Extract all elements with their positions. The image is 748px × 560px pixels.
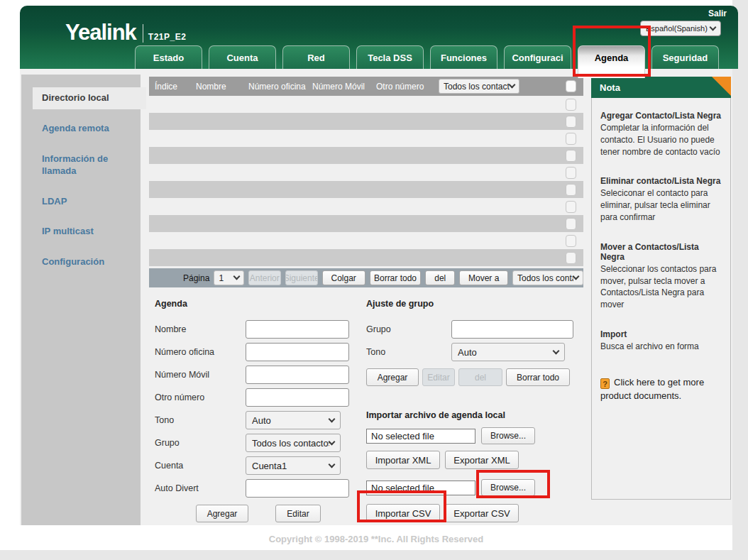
agenda-form-buttons: Agregar Editar [196, 505, 363, 522]
xml-browse-button[interactable]: Browse... [481, 427, 535, 444]
contacts-table-header: Índice Nombre Número oficina Número Móvi… [149, 77, 583, 96]
column-header-indice: Índice [155, 82, 196, 92]
tab-estado[interactable]: Estado [135, 45, 202, 69]
export-xml-button[interactable]: Exportar XML [445, 451, 519, 469]
note-section-text: Completar la información del contacto. E… [600, 122, 722, 158]
contact-add-button[interactable]: Agregar [196, 505, 248, 522]
grupo-select[interactable]: Todos los contactos [246, 434, 341, 452]
auto-divert-input[interactable] [246, 479, 349, 498]
sidebar-item-informacion-de-llamada[interactable]: Información de llamada [33, 148, 138, 182]
tono-label: Tono [155, 415, 246, 425]
import-xml-button[interactable]: Importar XML [366, 451, 440, 469]
field-row: Cuenta Cuenta1 [155, 456, 363, 475]
page-select-value: 1 [219, 273, 233, 283]
field-row: Nombre [155, 320, 363, 339]
page-label: Página [183, 273, 209, 283]
tab-funciones[interactable]: Funciones [430, 45, 497, 69]
otro-numero-input[interactable] [246, 388, 349, 407]
contact-edit-button[interactable]: Editar [275, 505, 321, 522]
cuenta-select[interactable]: Cuenta1 [246, 456, 341, 475]
row-checkbox[interactable] [566, 133, 576, 145]
group-delete-all-button[interactable]: Borrar todo [506, 368, 570, 386]
csv-browse-button[interactable]: Browse... [481, 479, 535, 496]
hangup-button[interactable]: Colgar [322, 270, 365, 285]
help-link-text: Click here to get more product documents… [600, 377, 704, 402]
chevron-down-icon [329, 438, 336, 445]
next-page-button[interactable]: Siguiente [285, 270, 318, 285]
tab-red[interactable]: Red [282, 45, 350, 69]
note-panel-body: Agregar Contacto/Lista Negra Completar l… [591, 98, 731, 500]
table-row [149, 96, 583, 113]
note-section-heading: Agregar Contacto/Lista Negra [600, 111, 722, 121]
tab-agenda[interactable]: Agenda [578, 45, 645, 78]
language-selector[interactable]: Español(Spanish) [640, 21, 721, 36]
delete-button[interactable]: del [425, 270, 455, 285]
group-form-buttons: Agregar Editar del Borrar todo [366, 368, 578, 386]
group-name-input[interactable] [451, 320, 573, 339]
row-checkbox[interactable] [566, 184, 576, 196]
import-section: Importar archivo de agenda local No sele… [366, 410, 578, 522]
cuenta-value: Cuenta1 [252, 461, 329, 471]
agenda-form: Agenda Nombre Número oficina Número Móvi… [149, 299, 363, 522]
row-checkbox[interactable] [566, 201, 576, 213]
note-section: Agregar Contacto/Lista Negra Completar l… [600, 111, 722, 158]
previous-page-button[interactable]: Anterior [248, 270, 281, 285]
nombre-label: Nombre [155, 324, 246, 334]
column-header-nombre: Nombre [196, 82, 248, 92]
page-right-margin [732, 0, 748, 550]
pagination-bar: Página 1 Anterior Siguiente Colgar Borra… [149, 268, 583, 287]
row-checkbox[interactable] [566, 218, 576, 230]
note-section-text: Seleccionar los contactos para mover, pu… [600, 263, 722, 311]
tab-configuracion[interactable]: Configuraci [504, 45, 571, 69]
numero-movil-input[interactable] [246, 366, 349, 384]
xml-file-path-field[interactable]: No selected file [366, 429, 475, 444]
folded-corner-icon [712, 77, 731, 96]
tab-tecla-dss[interactable]: Tecla DSS [356, 45, 424, 69]
app-header: Salir Yealink T21P_E2 Español(Spanish) E… [20, 6, 738, 69]
numero-oficina-input[interactable] [246, 343, 349, 361]
tono-select[interactable]: Auto [246, 411, 341, 429]
row-checkbox[interactable] [566, 167, 576, 179]
sidebar-item-ldap[interactable]: LDAP [33, 191, 138, 213]
move-to-button[interactable]: Mover a [459, 270, 508, 285]
delete-all-button[interactable]: Borrar todo [370, 270, 421, 285]
group-add-button[interactable]: Agregar [366, 368, 419, 386]
csv-file-path-field[interactable]: No selected file [366, 481, 475, 495]
column-header-otro-numero: Otro número [376, 82, 436, 92]
sidebar-item-configuracion[interactable]: Configuración [33, 251, 138, 273]
tab-seguridad[interactable]: Seguridad [651, 45, 719, 69]
export-csv-button[interactable]: Exportar CSV [445, 504, 519, 522]
sidebar-item-ip-multicast[interactable]: IP multicast [33, 221, 138, 243]
note-section-text: Seleciconar el contacto para eliminar, p… [600, 187, 722, 223]
import-csv-button[interactable]: Importar CSV [366, 504, 440, 522]
note-section-heading: Mover a Contactos/Lista Negra [600, 242, 722, 262]
sidebar-item-agenda-remota[interactable]: Agenda remota [33, 118, 138, 140]
grupo-label: Grupo [155, 438, 246, 448]
sidebar-item-directorio-local[interactable]: Directorio local [33, 87, 146, 109]
agenda-form-title: Agenda [155, 299, 363, 309]
logout-link[interactable]: Salir [708, 9, 727, 18]
import-section-title: Importar archivo de agenda local [366, 410, 578, 420]
tab-cuenta[interactable]: Cuenta [209, 45, 276, 69]
row-checkbox[interactable] [566, 252, 576, 264]
nombre-input[interactable] [246, 320, 349, 339]
csv-buttons-row: Importar CSV Exportar CSV [366, 504, 578, 522]
field-row: Tono Auto [155, 411, 363, 429]
row-checkbox[interactable] [566, 116, 576, 128]
group-delete-button[interactable]: del [458, 368, 502, 386]
group-filter-select[interactable]: Todos los contactos [439, 79, 519, 94]
row-checkbox[interactable] [566, 99, 576, 111]
device-model: T21P_E2 [148, 32, 187, 43]
product-documents-link[interactable]: ?Click here to get more product document… [600, 375, 722, 403]
group-edit-button[interactable]: Editar [422, 368, 455, 386]
tono-value: Auto [252, 415, 329, 426]
select-all-checkbox[interactable] [566, 80, 576, 92]
chevron-down-icon [553, 347, 560, 354]
page-select[interactable]: 1 [214, 270, 243, 285]
group-tono-select[interactable]: Auto [451, 343, 565, 361]
move-target-select[interactable]: Todos los contactos [512, 270, 583, 285]
field-row: Grupo Todos los contactos [155, 434, 363, 452]
row-checkbox[interactable] [566, 150, 576, 162]
row-checkbox[interactable] [566, 235, 576, 247]
chevron-down-icon [573, 273, 580, 280]
